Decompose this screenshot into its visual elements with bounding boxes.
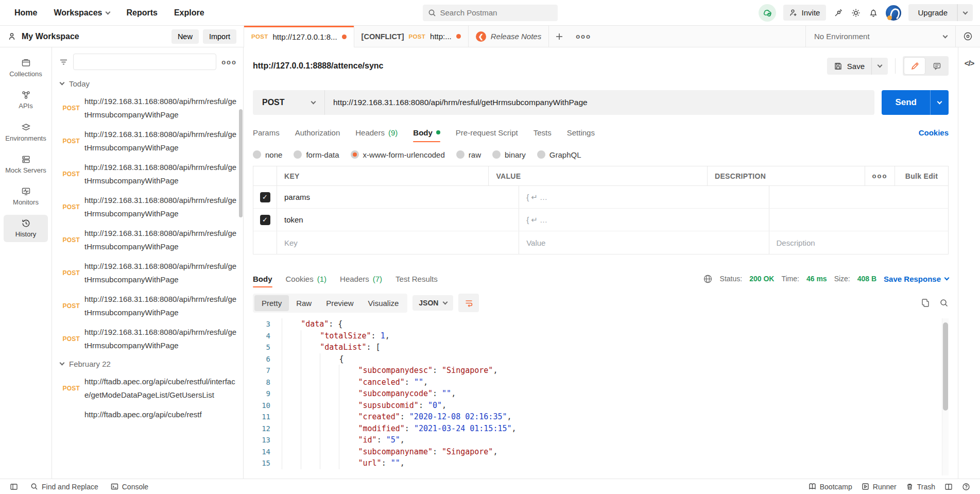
method-selector[interactable]: POST — [253, 90, 325, 115]
nav-item-home[interactable]: Home — [7, 4, 44, 22]
request-tab-params[interactable]: Params — [253, 121, 280, 144]
help-button[interactable] — [957, 479, 975, 494]
view-mode-visualize[interactable]: Visualize — [361, 295, 406, 311]
filter-icon[interactable] — [59, 58, 68, 66]
tab-request-1[interactable]: POST http://127.0.0.1:8... — [244, 26, 354, 47]
save-response-button[interactable]: Save Response — [884, 275, 949, 283]
body-type-graphql[interactable]: GraphQL — [537, 150, 581, 159]
save-dropdown-button[interactable] — [871, 58, 888, 75]
notifications-bell-icon[interactable] — [868, 8, 879, 18]
history-item[interactable]: POSThttp://192.168.31.168:8080/api/hrm/r… — [55, 257, 241, 289]
request-tab-authorization[interactable]: Authorization — [295, 121, 340, 144]
body-type-x-www-form-urlencoded[interactable]: x-www-form-urlencoded — [351, 150, 445, 159]
request-tab-pre-request-script[interactable]: Pre-request Script — [456, 121, 518, 144]
environment-quick-look-button[interactable] — [955, 26, 980, 47]
key-placeholder[interactable]: Key — [277, 231, 519, 254]
history-item[interactable]: http://ftadb.apec.org/api/cube/restf — [55, 405, 241, 424]
row-value[interactable]: { ↵ … — [519, 209, 769, 231]
search-input[interactable] — [440, 8, 553, 17]
upgrade-button[interactable]: Upgrade — [908, 4, 957, 21]
scrollbar-thumb[interactable] — [943, 322, 948, 411]
send-dropdown-button[interactable] — [930, 90, 949, 115]
body-type-form-data[interactable]: form-data — [294, 150, 339, 159]
body-type-binary[interactable]: binary — [492, 150, 526, 159]
sync-status-button[interactable] — [759, 4, 776, 22]
nav-item-reports[interactable]: Reports — [119, 4, 164, 22]
view-mode-pretty[interactable]: Pretty — [254, 295, 289, 311]
avatar[interactable] — [886, 5, 901, 21]
description-placeholder[interactable]: Description — [769, 231, 948, 254]
time-value[interactable]: 46 ms — [806, 275, 827, 283]
history-filter-input[interactable] — [73, 54, 216, 70]
request-tab-tests[interactable]: Tests — [534, 121, 552, 144]
global-search[interactable] — [423, 5, 558, 21]
history-item[interactable]: POSThttp://192.168.31.168:8080/api/hrm/r… — [55, 191, 241, 224]
split-pane-button[interactable] — [940, 479, 957, 494]
history-item[interactable]: POSThttp://192.168.31.168:8080/api/hrm/r… — [55, 92, 241, 125]
nav-item-explore[interactable]: Explore — [167, 4, 212, 22]
response-tab-body[interactable]: Body — [253, 268, 272, 289]
row-key[interactable]: params — [277, 186, 519, 208]
sidebar-item-mock-servers[interactable]: Mock Servers — [4, 151, 48, 178]
save-button[interactable]: Save — [827, 58, 871, 75]
settings-gear-icon[interactable] — [851, 8, 861, 18]
sidebar-item-environments[interactable]: Environments — [4, 119, 48, 146]
response-tab-test-results[interactable]: Test Results — [396, 268, 438, 289]
invite-button[interactable]: Invite — [783, 5, 827, 21]
console-button[interactable]: Console — [106, 479, 153, 494]
view-mode-preview[interactable]: Preview — [319, 295, 360, 311]
copy-icon[interactable] — [921, 298, 930, 308]
sidebar-item-collections[interactable]: Collections — [4, 55, 48, 81]
workspace-title[interactable]: My Workspace — [22, 32, 79, 41]
sidebar-item-history[interactable]: History — [4, 215, 48, 242]
new-button[interactable]: New — [171, 29, 199, 44]
history-item[interactable]: POSThttp://192.168.31.168:8080/api/hrm/r… — [55, 289, 241, 322]
history-item[interactable]: POSThttp://192.168.31.168:8080/api/hrm/r… — [55, 224, 241, 257]
view-mode-raw[interactable]: Raw — [289, 295, 319, 311]
history-more-actions-icon[interactable]: ooo — [221, 59, 237, 65]
network-globe-icon[interactable] — [703, 274, 713, 284]
environment-selector[interactable]: No Environment — [806, 32, 955, 41]
code-snippet-icon[interactable]: </> — [965, 59, 974, 67]
request-tab-body[interactable]: Body — [413, 121, 440, 144]
response-tab-headers[interactable]: Headers(7) — [340, 268, 382, 289]
table-options-button[interactable]: ooo — [865, 166, 895, 185]
history-item[interactable]: POSThttp://192.168.31.168:8080/api/hrm/r… — [55, 125, 241, 158]
history-section-header[interactable]: Today — [55, 75, 241, 92]
cookies-link[interactable]: Cookies — [919, 121, 949, 144]
sidebar-toggle-button[interactable] — [5, 479, 23, 494]
nav-item-workspaces[interactable]: Workspaces — [46, 4, 117, 22]
history-section-header[interactable]: February 22 — [55, 355, 241, 372]
format-selector[interactable]: JSON — [412, 295, 453, 311]
history-item[interactable]: POSThttp://192.168.31.168:8080/api/hrm/r… — [55, 322, 241, 355]
import-button[interactable]: Import — [203, 29, 236, 44]
find-and-replace-button[interactable]: Find and Replace — [26, 479, 103, 494]
api-network-icon[interactable] — [833, 8, 844, 18]
trash-button[interactable]: Trash — [901, 479, 940, 494]
response-tab-cookies[interactable]: Cookies(1) — [286, 268, 327, 289]
row-description[interactable] — [769, 209, 948, 231]
bootcamp-button[interactable]: Bootcamp — [804, 479, 857, 494]
request-tab-settings[interactable]: Settings — [567, 121, 595, 144]
edit-mode-button[interactable] — [904, 58, 925, 74]
response-scrollbar[interactable] — [942, 318, 949, 475]
sidebar-item-apis[interactable]: APIs — [4, 87, 48, 113]
search-response-icon[interactable] — [939, 298, 949, 308]
upgrade-dropdown-button[interactable] — [957, 4, 973, 21]
new-tab-button[interactable] — [549, 26, 570, 47]
row-checkbox[interactable]: ✓ — [260, 215, 270, 225]
value-placeholder[interactable]: Value — [519, 231, 769, 254]
sidebar-scrollbar[interactable] — [239, 109, 243, 217]
body-type-none[interactable]: none — [253, 150, 282, 159]
runner-button[interactable]: Runner — [857, 479, 901, 494]
tab-release-notes[interactable]: ❮ Release Notes — [469, 26, 549, 47]
row-checkbox[interactable]: ✓ — [260, 192, 270, 202]
body-type-raw[interactable]: raw — [456, 150, 481, 159]
request-url-input[interactable] — [325, 98, 874, 107]
history-item[interactable]: POSThttp://192.168.31.168:8080/api/hrm/r… — [55, 158, 241, 191]
status-value[interactable]: 200 OK — [749, 275, 774, 283]
row-description[interactable] — [769, 186, 948, 208]
row-value[interactable]: { ↵ … — [519, 186, 769, 208]
tab-options-button[interactable]: ooo — [570, 26, 597, 47]
row-key[interactable]: token — [277, 209, 519, 231]
